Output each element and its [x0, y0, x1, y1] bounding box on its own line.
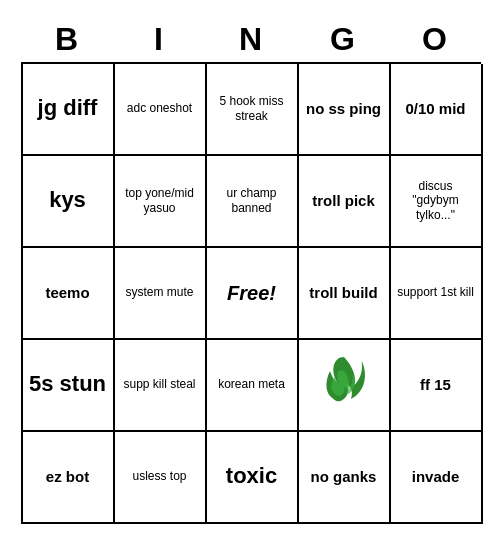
cell-r2c2: Free!	[207, 248, 299, 340]
cell-r3c0: 5s stun	[23, 340, 115, 432]
cell-r3c4: ff 15	[391, 340, 483, 432]
cell-r1c1: top yone/mid yasuo	[115, 156, 207, 248]
cell-text: troll pick	[312, 192, 375, 210]
cell-text: ff 15	[420, 376, 451, 394]
cell-text: no ss ping	[306, 100, 381, 118]
cell-r0c2: 5 hook miss streak	[207, 64, 299, 156]
bingo-grid: jg diffadc oneshot5 hook miss streakno s…	[21, 62, 481, 524]
cell-r4c1: usless top	[115, 432, 207, 524]
cell-text: Free!	[227, 281, 276, 305]
cell-text: teemo	[45, 284, 89, 302]
bingo-header: BINGO	[21, 21, 481, 58]
cell-text: ez bot	[46, 468, 89, 486]
cell-r0c1: adc oneshot	[115, 64, 207, 156]
cell-r0c0: jg diff	[23, 64, 115, 156]
cell-r1c3: troll pick	[299, 156, 391, 248]
cell-text: usless top	[132, 469, 186, 483]
header-letter: B	[23, 21, 111, 58]
cell-r3c1: supp kill steal	[115, 340, 207, 432]
cell-text: invade	[412, 468, 460, 486]
cell-text: supp kill steal	[123, 377, 195, 391]
cell-text: support 1st kill	[397, 285, 474, 299]
flame-icon	[309, 350, 379, 420]
cell-r4c3: no ganks	[299, 432, 391, 524]
header-letter: I	[115, 21, 203, 58]
header-letter: N	[207, 21, 295, 58]
cell-text: system mute	[125, 285, 193, 299]
cell-r2c0: teemo	[23, 248, 115, 340]
cell-r3c2: korean meta	[207, 340, 299, 432]
cell-text: no ganks	[311, 468, 377, 486]
cell-r3c3	[299, 340, 391, 432]
cell-r4c0: ez bot	[23, 432, 115, 524]
cell-text: 0/10 mid	[405, 100, 465, 118]
cell-r1c0: kys	[23, 156, 115, 248]
cell-text: kys	[49, 187, 86, 213]
cell-r1c2: ur champ banned	[207, 156, 299, 248]
cell-text: ur champ banned	[211, 186, 293, 215]
cell-text: toxic	[226, 463, 277, 489]
cell-r1c4: discus "gdybym tylko..."	[391, 156, 483, 248]
cell-r2c1: system mute	[115, 248, 207, 340]
cell-text: troll build	[309, 284, 377, 302]
cell-r4c4: invade	[391, 432, 483, 524]
cell-r2c4: support 1st kill	[391, 248, 483, 340]
header-letter: O	[391, 21, 479, 58]
cell-r4c2: toxic	[207, 432, 299, 524]
cell-text: jg diff	[38, 95, 98, 121]
cell-r0c4: 0/10 mid	[391, 64, 483, 156]
cell-r2c3: troll build	[299, 248, 391, 340]
cell-text: top yone/mid yasuo	[119, 186, 201, 215]
cell-text: korean meta	[218, 377, 285, 391]
cell-text: 5s stun	[29, 371, 106, 397]
cell-r0c3: no ss ping	[299, 64, 391, 156]
cell-text: 5 hook miss streak	[211, 94, 293, 123]
header-letter: G	[299, 21, 387, 58]
cell-text: discus "gdybym tylko..."	[395, 179, 477, 222]
cell-text: adc oneshot	[127, 101, 192, 115]
bingo-container: BINGO jg diffadc oneshot5 hook miss stre…	[11, 11, 491, 534]
